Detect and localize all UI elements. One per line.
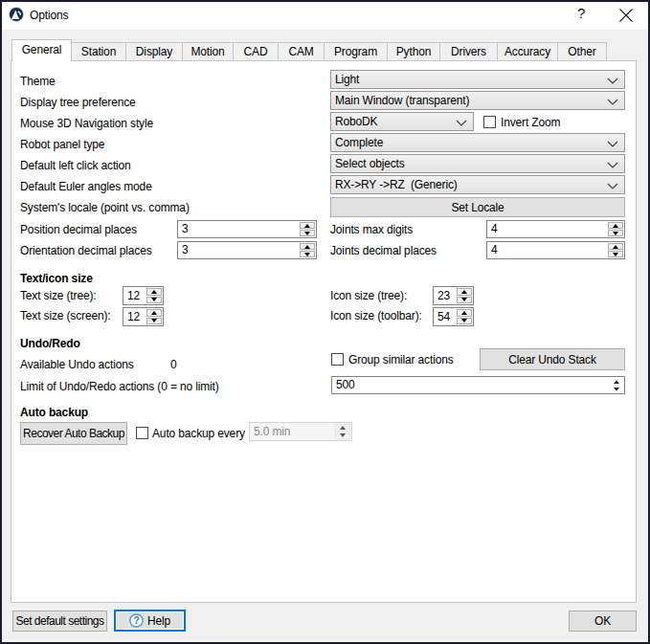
svg-text:?: ? [133, 615, 139, 626]
